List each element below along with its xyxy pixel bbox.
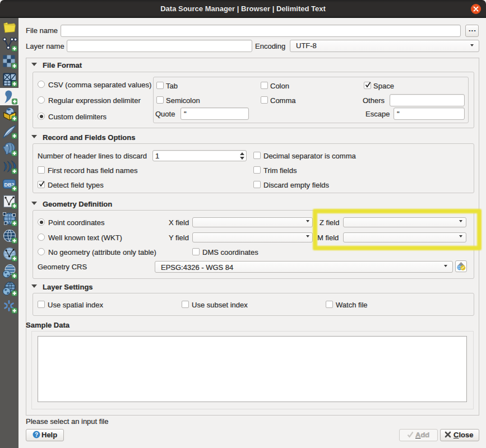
svg-text:?: ? bbox=[35, 432, 38, 438]
